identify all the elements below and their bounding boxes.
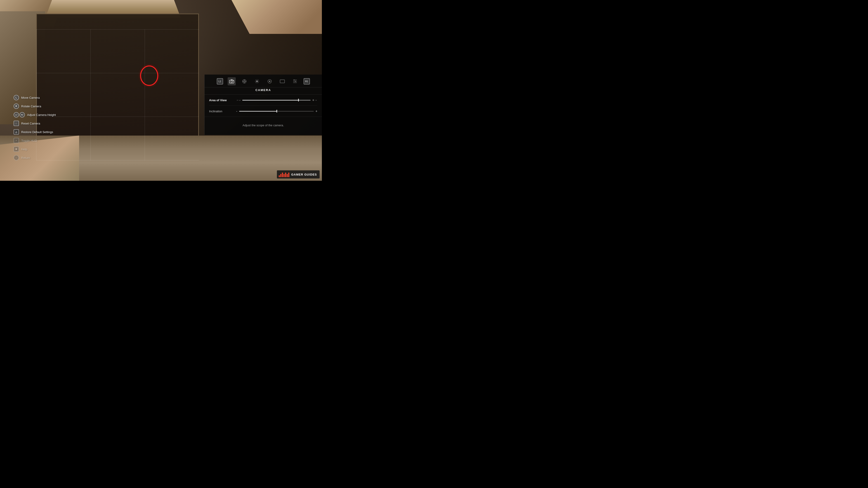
- area-of-view-row[interactable]: Area of View ←- +→: [209, 95, 317, 106]
- area-of-view-plus[interactable]: +→: [312, 98, 317, 102]
- brightness-icon-btn[interactable]: [253, 77, 261, 86]
- logo-bar-6: [287, 174, 288, 177]
- l2-button-icon: L2: [13, 112, 19, 118]
- control-rotate-camera: R Rotate Camera: [13, 103, 56, 109]
- control-reset-camera: □ Reset Camera: [13, 121, 56, 126]
- target-icon-btn[interactable]: [266, 77, 274, 86]
- controls-hud: L Move Camera R Rotate Camera L2 R2 Adju…: [13, 95, 56, 160]
- slider-section: Area of View ←- +→ Inclination - +: [205, 95, 322, 117]
- logo-bar-1: [279, 175, 280, 177]
- svg-point-1: [231, 81, 232, 83]
- l2r2-icons: L2 R2: [13, 112, 25, 118]
- r1-button[interactable]: R1: [304, 78, 310, 85]
- watermark: GAMER GUIDES: [277, 170, 320, 178]
- svg-line-17: [255, 83, 256, 83]
- area-of-view-thumb[interactable]: [298, 99, 299, 101]
- help-label: Help: [21, 148, 27, 151]
- inclination-track[interactable]: [239, 111, 314, 111]
- adjust-height-label: Adjust Camera Height: [27, 113, 56, 117]
- inclination-plus[interactable]: +: [315, 109, 317, 113]
- description-text: Adjust the scope of the camera.: [209, 124, 317, 127]
- inclination-fill: [239, 111, 276, 111]
- control-adjust-height: L2 R2 Adjust Camera Height: [13, 112, 56, 118]
- inclination-row[interactable]: Inclination - +: [209, 106, 317, 117]
- area-of-view-slider[interactable]: ←- +→: [236, 98, 317, 102]
- logo-bar-5: [285, 173, 286, 177]
- svg-point-19: [269, 80, 270, 82]
- logo-bar-2: [280, 174, 281, 177]
- r2-button-icon: R2: [20, 112, 25, 118]
- restore-default-label: Restore Default Settings: [21, 130, 53, 134]
- logo-bar-3: [282, 173, 283, 177]
- control-toggle-hud: ≡ Toggle HUD: [13, 138, 56, 143]
- description-area: Adjust the scope of the camera.: [205, 117, 322, 135]
- camera-grid-overlay: [36, 29, 199, 160]
- square-button-icon: □: [13, 121, 19, 126]
- svg-point-9: [256, 80, 258, 82]
- circle-button-icon: ○: [13, 155, 19, 160]
- svg-point-4: [244, 80, 245, 82]
- watermark-text: GAMER GUIDES: [291, 173, 317, 176]
- move-camera-label: Move Camera: [21, 96, 40, 99]
- l1-button[interactable]: L1: [217, 78, 223, 85]
- logo-bar-4: [283, 174, 285, 177]
- return-label: Return: [21, 156, 30, 160]
- inclination-slider[interactable]: - +: [236, 109, 317, 113]
- svg-line-16: [258, 80, 258, 80]
- rectangle-icon-btn[interactable]: [278, 77, 286, 86]
- control-return: ○ Return: [13, 155, 56, 160]
- rotate-camera-label: Rotate Camera: [21, 105, 41, 108]
- inclination-label: Inclination: [209, 109, 236, 113]
- inclination-minus[interactable]: -: [236, 109, 237, 113]
- logo-bar-7: [288, 173, 289, 177]
- camera-section-label: CAMERA: [205, 88, 322, 95]
- area-of-view-track[interactable]: [242, 100, 311, 101]
- reset-camera-label: Reset Camera: [21, 122, 40, 125]
- stone-top-right: [231, 0, 322, 34]
- control-restore-default: △ Restore Default Settings: [13, 129, 56, 135]
- svg-rect-20: [280, 80, 285, 83]
- help-button-icon: ⊠: [13, 147, 19, 152]
- watermark-logo: [279, 172, 289, 177]
- lines-icon-btn[interactable]: [291, 77, 299, 86]
- control-move-camera: L Move Camera: [13, 95, 56, 100]
- menu-button-icon: ≡: [13, 138, 19, 143]
- red-circle-indicator: [140, 66, 158, 86]
- camera-icon-btn[interactable]: [228, 77, 236, 86]
- camera-panel: L1: [204, 74, 322, 135]
- r-button-icon: R: [13, 103, 19, 109]
- triangle-button-icon: △: [13, 129, 19, 135]
- l-button-icon: L: [13, 95, 19, 100]
- inclination-thumb[interactable]: [276, 110, 277, 112]
- area-of-view-minus[interactable]: ←-: [236, 98, 241, 102]
- area-of-view-label: Area of View: [209, 98, 236, 102]
- camera-icon-bar: L1: [205, 74, 322, 88]
- svg-line-15: [258, 83, 258, 83]
- area-of-view-fill: [242, 100, 298, 101]
- toggle-hud-label: Toggle HUD: [21, 139, 37, 142]
- svg-rect-2: [233, 80, 234, 81]
- aperture-icon-btn[interactable]: [240, 77, 248, 86]
- svg-line-14: [255, 80, 256, 80]
- control-help: ⊠ Help: [13, 147, 56, 152]
